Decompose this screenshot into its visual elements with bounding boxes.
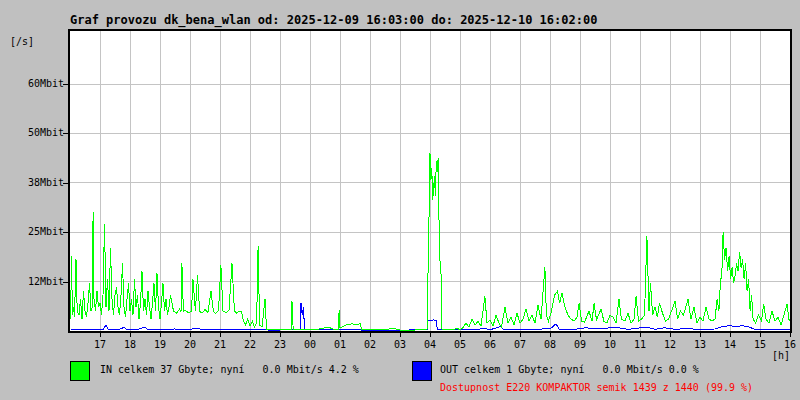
x-axis-tick-mark [220,333,221,337]
x-axis-tick-label: 07 [508,339,532,351]
x-axis-tick-mark [250,333,251,337]
page-title: Graf provozu dk_bena_wlan od: 2025-12-09… [70,13,597,27]
x-axis-tick-mark [100,333,101,337]
y-axis-tick-mark [63,232,68,233]
x-axis-tick-label: 06 [478,339,502,351]
y-axis-tick-label: 38Mbit [0,177,64,189]
x-axis-tick-mark [460,333,461,337]
x-axis-tick-mark [610,333,611,337]
x-axis-tick-mark [370,333,371,337]
x-axis-tick-mark [430,333,431,337]
x-axis-tick-label: 21 [208,339,232,351]
x-axis-tick-mark [190,333,191,337]
y-axis-tick-mark [63,133,68,134]
x-axis-tick-label: 00 [298,339,322,351]
x-axis-tick-mark [550,333,551,337]
mrtg-traffic-graph-page: Graf provozu dk_bena_wlan od: 2025-12-09… [0,0,800,400]
y-axis-unit-label: [/s] [10,36,34,47]
x-axis-tick-label: 19 [148,339,172,351]
x-axis-tick-label: 02 [358,339,382,351]
x-axis-tick-mark [790,333,791,337]
x-axis-tick-label: 14 [718,339,742,351]
y-axis-tick-label: 60Mbit [0,78,64,90]
x-axis-tick-mark [490,333,491,337]
legend-in-label: IN celkem 37 Gbyte; nyní 0.0 Mbit/s 4.2 … [100,364,359,375]
x-axis-tick-label: 04 [418,339,442,351]
x-axis-tick-mark [130,333,131,337]
y-axis-tick-mark [63,282,68,283]
x-axis-tick-label: 23 [268,339,292,351]
x-axis-tick-mark [640,333,641,337]
x-axis-tick-label: 08 [538,339,562,351]
x-axis-tick-mark [670,333,671,337]
y-axis-tick-mark [63,183,68,184]
legend-in-swatch [70,361,90,381]
x-axis-tick-mark [280,333,281,337]
x-axis-tick-label: 12 [658,339,682,351]
y-axis-tick-label: 25Mbit [0,226,64,238]
x-axis-tick-mark [310,333,311,337]
x-axis-tick-label: 09 [568,339,592,351]
legend-out-swatch [412,361,432,381]
x-axis-tick-label: 17 [88,339,112,351]
x-axis-tick-label: 13 [688,339,712,351]
x-axis-tick-label: 11 [628,339,652,351]
x-axis-tick-mark [160,333,161,337]
y-axis-tick-label: 50Mbit [0,127,64,139]
x-axis-tick-mark [730,333,731,337]
availability-status-text: Dostupnost E220 KOMPAKTOR semik 1439 z 1… [440,382,753,393]
x-axis-tick-label: 01 [328,339,352,351]
x-axis-tick-mark [700,333,701,337]
x-axis-tick-label: 22 [238,339,262,351]
x-axis-tick-mark [520,333,521,337]
x-axis-tick-mark [340,333,341,337]
x-axis-tick-label: 20 [178,339,202,351]
x-axis-tick-mark [580,333,581,337]
x-axis-tick-label: 05 [448,339,472,351]
x-axis-unit-label: [h] [766,350,790,361]
x-axis-tick-label: 03 [388,339,412,351]
traffic-chart-canvas [70,31,790,331]
traffic-plot-area [68,29,792,333]
y-axis-tick-label: 12Mbit [0,276,64,288]
x-axis-tick-mark [400,333,401,337]
x-axis-tick-mark [760,333,761,337]
x-axis-tick-label: 10 [598,339,622,351]
x-axis-tick-label: 18 [118,339,142,351]
legend-out-label: OUT celkem 1 Gbyte; nyní 0.0 Mbit/s 0.0 … [440,364,699,375]
y-axis-tick-mark [63,84,68,85]
